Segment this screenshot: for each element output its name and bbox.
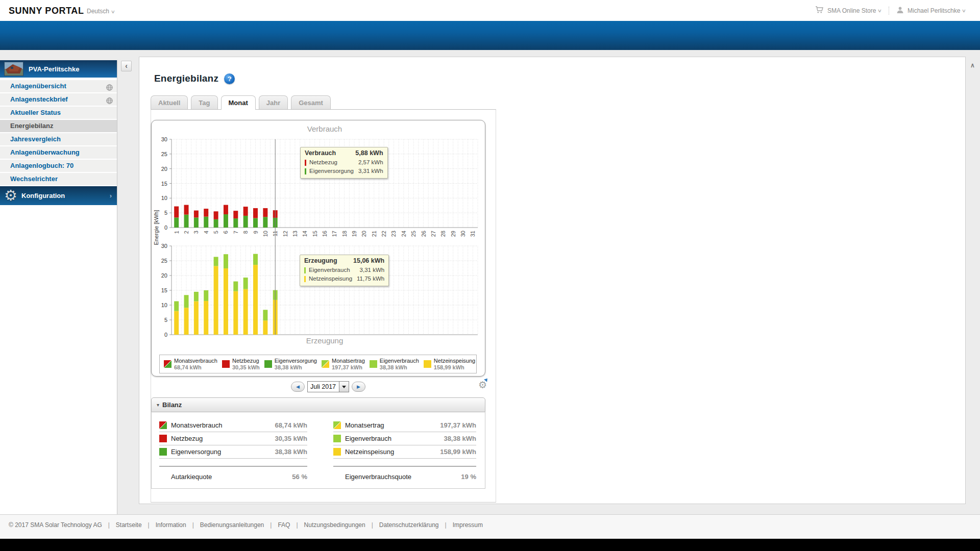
- help-icon[interactable]: ?: [224, 73, 235, 84]
- store-link[interactable]: SMA Online Store: [827, 7, 876, 14]
- x-tick-label: 9: [253, 231, 259, 234]
- top-bar: SUNNY PORTAL Deutsch∨ SMA Online Store ∨…: [0, 0, 980, 21]
- x-tick-label: 22: [381, 231, 387, 237]
- bar-segment[interactable]: [204, 217, 208, 228]
- bar-segment[interactable]: [253, 208, 258, 218]
- monatsverbrauch-swatch: [159, 421, 167, 429]
- eigenverbrauch-swatch: [333, 435, 341, 442]
- bar-segment[interactable]: [184, 215, 189, 228]
- bar-segment[interactable]: [194, 211, 199, 218]
- bar-segment[interactable]: [194, 301, 199, 335]
- sidebar-item-wechselrichter[interactable]: Wechselrichter: [0, 173, 117, 185]
- bar-segment[interactable]: [214, 211, 218, 219]
- bar-segment[interactable]: [233, 282, 238, 291]
- bar-segment[interactable]: [263, 217, 267, 228]
- bar-segment[interactable]: [243, 289, 248, 335]
- tab-tag[interactable]: Tag: [191, 95, 217, 109]
- footer-link-startseite[interactable]: Startseite: [116, 521, 142, 529]
- select-dropdown-button[interactable]: [339, 382, 349, 392]
- bar-segment[interactable]: [214, 266, 218, 335]
- bar-segment[interactable]: [224, 205, 228, 214]
- bar-segment[interactable]: [194, 292, 199, 302]
- bar-segment[interactable]: [184, 295, 189, 308]
- bilanz-body: Monatsverbrauch68,74 kWh Netzbezug30,35 …: [151, 412, 485, 489]
- bar-segment[interactable]: [184, 308, 189, 335]
- y-axis-label: Energie [kWh]: [153, 210, 159, 245]
- bar-segment[interactable]: [174, 311, 179, 335]
- x-tick-label: 5: [213, 231, 219, 234]
- plant-header[interactable]: PVA-Perlitschke: [0, 60, 117, 78]
- footer-link-faq[interactable]: FAQ: [278, 521, 290, 529]
- legend-netzeinspeisung: Netzeinspeisung158,99 kWh: [424, 358, 475, 371]
- chevron-down-icon: ∨: [962, 8, 966, 13]
- bar-segment[interactable]: [263, 320, 267, 335]
- netzeinspeisung-color: [304, 276, 306, 282]
- sidebar-item-aktueller-status[interactable]: Aktueller Status: [0, 107, 117, 119]
- bar-segment[interactable]: [204, 290, 208, 301]
- bar-segment[interactable]: [233, 211, 238, 218]
- x-tick-label: 26: [421, 231, 427, 237]
- chart-settings-gear-icon[interactable]: ⚙: [478, 379, 487, 391]
- bar-segment[interactable]: [253, 265, 258, 335]
- tab-content: 051015202530Verbrauch1234567891011121314…: [151, 109, 496, 503]
- bar-segment[interactable]: [174, 301, 179, 311]
- footer-link-impressum[interactable]: Impressum: [453, 521, 483, 529]
- sidebar-item-anlagenueberwachung[interactable]: Anlagenüberwachung: [0, 146, 117, 159]
- plant-name: PVA-Perlitschke: [29, 65, 79, 73]
- page-title: Energiebilanz: [154, 73, 218, 84]
- x-tick-label: 23: [390, 231, 397, 237]
- divider: [159, 466, 307, 467]
- monatsverbrauch-swatch: [164, 360, 172, 368]
- bar-segment[interactable]: [174, 217, 179, 228]
- bar-segment[interactable]: [194, 217, 199, 228]
- sidebar-item-jahresvergleich[interactable]: Jahresvergleich: [0, 133, 117, 145]
- netzbezug-color: [305, 160, 306, 166]
- tab-monat[interactable]: Monat: [221, 95, 256, 110]
- bar-segment[interactable]: [214, 257, 218, 266]
- bar-segment[interactable]: [204, 301, 208, 335]
- tab-jahr[interactable]: Jahr: [259, 95, 288, 109]
- bar-segment[interactable]: [224, 214, 228, 228]
- next-month-button[interactable]: ▶: [352, 382, 365, 392]
- bar-segment[interactable]: [243, 207, 248, 216]
- language-selector[interactable]: Deutsch∨: [87, 8, 115, 15]
- x-tick-label: 30: [460, 231, 466, 237]
- footer-link-datenschutzerklaerung[interactable]: Datenschutzerklärung: [379, 521, 439, 529]
- scroll-top-button[interactable]: ∧: [967, 61, 978, 71]
- footer-link-bedienungsanleitungen[interactable]: Bedienungsanleitungen: [200, 521, 264, 529]
- bar-segment[interactable]: [233, 291, 238, 335]
- prev-month-button[interactable]: ◀: [291, 382, 305, 392]
- bar-segment[interactable]: [184, 205, 189, 215]
- user-menu[interactable]: Michael Perlitschke: [908, 7, 960, 14]
- bar-segment[interactable]: [263, 208, 267, 217]
- y-tick-label: 15: [161, 181, 167, 187]
- eigenversorgung-color: [305, 168, 306, 174]
- sidebar-item-anlagensteckbrief[interactable]: Anlagensteckbrief: [0, 93, 117, 106]
- bar-segment[interactable]: [253, 254, 258, 265]
- sidebar-item-konfiguration[interactable]: ⚙ Konfiguration ›: [0, 186, 117, 205]
- bar-segment[interactable]: [253, 218, 258, 228]
- bar-segment[interactable]: [233, 218, 238, 228]
- tab-aktuell[interactable]: Aktuell: [151, 95, 188, 109]
- sidebar-item-anlagenlogbuch[interactable]: Anlagenlogbuch: 70: [0, 160, 117, 172]
- footer-link-information[interactable]: Information: [156, 521, 186, 529]
- footer-link-nutzungsbedingungen[interactable]: Nutzungsbedingungen: [304, 521, 365, 529]
- bar-segment[interactable]: [243, 278, 248, 289]
- tab-gesamt[interactable]: Gesamt: [291, 95, 331, 109]
- bilanz-header[interactable]: ▾ Bilanz: [151, 397, 485, 412]
- sidebar-item-energiebilanz[interactable]: Energiebilanz: [0, 120, 117, 132]
- bar-segment[interactable]: [243, 216, 248, 228]
- y-tick-label: 20: [161, 166, 167, 172]
- bar-segment[interactable]: [214, 219, 218, 228]
- bar-segment[interactable]: [263, 310, 267, 320]
- bar-segment[interactable]: [174, 206, 179, 217]
- bar-segment[interactable]: [224, 268, 228, 335]
- bar-segment[interactable]: [204, 209, 208, 217]
- x-tick-label: 13: [292, 231, 298, 237]
- bar-segment[interactable]: [224, 254, 228, 268]
- x-tick-label: 16: [322, 231, 328, 237]
- sidebar-item-anlagenuebersicht[interactable]: Anlagenübersicht: [0, 80, 117, 92]
- chart-title: Erzeugung: [306, 336, 344, 345]
- collapse-sidebar-button[interactable]: ‹: [121, 61, 132, 71]
- month-select[interactable]: Juli 2017: [307, 381, 349, 392]
